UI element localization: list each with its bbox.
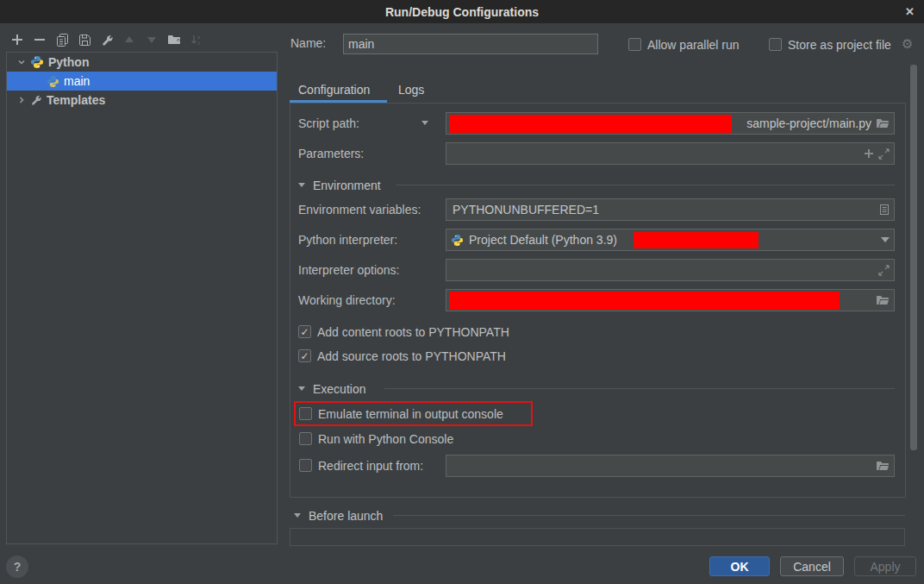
configurations-tree: Python main Templates — [6, 52, 278, 544]
python-icon — [451, 234, 464, 247]
python-interpreter-value: Project Default (Python 3.9) — [469, 233, 617, 247]
add-source-roots-row: ✓ Add source roots to PYTHONPATH — [298, 349, 506, 363]
remove-icon[interactable] — [33, 33, 47, 47]
environment-variables-label: Environment variables: — [298, 203, 421, 217]
browse-folder-icon[interactable] — [876, 116, 890, 130]
tab-logs[interactable]: Logs — [398, 83, 424, 100]
working-directory-input[interactable] — [446, 289, 895, 311]
edit-templates-wrench-icon[interactable] — [100, 33, 114, 47]
chevron-down-icon — [17, 58, 26, 66]
copy-icon[interactable] — [55, 33, 69, 47]
before-launch-task-list[interactable] — [290, 528, 905, 546]
redaction-overlay — [449, 292, 840, 310]
name-input[interactable] — [343, 34, 598, 54]
expand-field-icon[interactable] — [878, 148, 890, 160]
help-button[interactable]: ? — [6, 556, 28, 578]
chevron-right-icon — [17, 96, 26, 104]
section-rule — [396, 185, 895, 185]
move-down-icon — [145, 33, 159, 47]
redirect-input-label[interactable]: Redirect input from: — [318, 459, 423, 473]
script-path-label: Script path: — [298, 116, 359, 131]
tab-configuration[interactable]: Configuration — [298, 83, 370, 100]
interpreter-options-label: Interpreter options: — [298, 263, 400, 278]
script-path-value: sample-project/main.py — [746, 116, 871, 130]
wrench-icon — [30, 94, 42, 106]
configurations-toolbar: az — [10, 33, 203, 47]
section-rule — [393, 515, 905, 516]
edit-variables-icon[interactable] — [879, 204, 890, 216]
collapse-triangle-icon — [294, 513, 301, 518]
run-with-python-console-checkbox[interactable] — [299, 432, 312, 445]
sort-alphabetically-icon: az — [190, 33, 203, 47]
dialog-title: Run/Debug Configurations — [385, 5, 539, 19]
insert-macro-plus-icon[interactable] — [864, 148, 874, 159]
browse-folder-icon[interactable] — [876, 293, 890, 307]
expand-field-icon[interactable] — [878, 265, 890, 276]
before-launch-section-header[interactable]: Before launch — [294, 508, 383, 523]
section-rule — [384, 388, 895, 389]
redaction-overlay — [634, 232, 759, 248]
add-content-roots-label[interactable]: Add content roots to PYTHONPATH — [317, 325, 509, 339]
run-with-python-console-label[interactable]: Run with Python Console — [318, 432, 453, 446]
python-icon — [30, 55, 44, 69]
script-path-field[interactable]: sample-project/main.py — [446, 112, 895, 135]
browse-folder-icon[interactable] — [876, 459, 890, 473]
emulate-terminal-label[interactable]: Emulate terminal in output console — [318, 407, 503, 421]
allow-parallel-run-row: Allow parallel run — [628, 37, 740, 52]
ok-button[interactable]: OK — [709, 556, 770, 576]
name-label: Name: — [290, 36, 326, 51]
environment-section-label: Environment — [313, 179, 381, 192]
redaction-overlay — [449, 115, 732, 133]
gear-icon[interactable]: ⚙ — [902, 36, 913, 52]
allow-parallel-run-checkbox[interactable] — [628, 38, 641, 51]
tree-item-label: Python — [48, 55, 89, 69]
collapse-triangle-icon — [298, 183, 305, 187]
add-source-roots-checkbox[interactable]: ✓ — [298, 349, 311, 362]
store-as-project-file-checkbox[interactable] — [769, 38, 782, 51]
apply-button: Apply — [854, 556, 916, 576]
cancel-button[interactable]: Cancel — [780, 556, 844, 576]
emulate-terminal-row: Emulate terminal in output console — [299, 406, 503, 421]
allow-parallel-run-label[interactable]: Allow parallel run — [647, 38, 740, 52]
interpreter-options-input[interactable] — [446, 259, 895, 281]
dialog-titlebar: Run/Debug Configurations ✕ — [0, 0, 924, 23]
store-as-project-file-row: Store as project file — [769, 37, 891, 52]
tree-item-main[interactable]: main — [7, 72, 277, 91]
environment-variables-input[interactable]: PYTHONUNBUFFERED=1 — [446, 198, 895, 221]
run-with-python-console-row: Run with Python Console — [299, 431, 453, 446]
parameters-input[interactable] — [446, 142, 895, 165]
python-interpreter-combobox[interactable]: Project Default (Python 3.9) — [446, 229, 895, 251]
python-icon — [47, 75, 59, 88]
save-icon[interactable] — [78, 33, 91, 47]
redirect-input-row: Redirect input from: — [299, 458, 423, 473]
execution-section-label: Execution — [313, 382, 365, 396]
store-as-project-file-label[interactable]: Store as project file — [788, 38, 891, 52]
redirect-input-file-input[interactable] — [446, 455, 895, 477]
tree-item-python[interactable]: Python — [7, 53, 277, 72]
python-interpreter-label: Python interpreter: — [298, 233, 397, 248]
before-launch-label: Before launch — [309, 509, 383, 523]
svg-text:a: a — [197, 35, 201, 40]
add-content-roots-checkbox[interactable]: ✓ — [298, 325, 311, 338]
execution-section-header[interactable]: Execution — [298, 381, 365, 396]
emulate-terminal-checkbox[interactable] — [299, 407, 312, 420]
add-source-roots-label[interactable]: Add source roots to PYTHONPATH — [317, 349, 506, 363]
environment-section-header[interactable]: Environment — [298, 178, 381, 192]
environment-variables-value: PYTHONUNBUFFERED=1 — [451, 203, 599, 217]
script-path-dropdown-icon[interactable] — [421, 121, 428, 125]
tree-item-label: Templates — [47, 93, 105, 107]
working-directory-label: Working directory: — [298, 293, 396, 308]
scrollbar-thumb[interactable] — [910, 65, 917, 450]
move-up-icon — [122, 33, 136, 47]
new-folder-icon[interactable] — [167, 33, 181, 47]
add-icon[interactable] — [10, 33, 24, 47]
run-debug-configurations-dialog: Run/Debug Configurations ✕ az — [0, 0, 924, 584]
tree-item-label: main — [64, 74, 90, 88]
add-content-roots-row: ✓ Add content roots to PYTHONPATH — [298, 324, 509, 339]
collapse-triangle-icon — [298, 386, 305, 391]
redirect-input-checkbox[interactable] — [299, 459, 312, 472]
parameters-label: Parameters: — [298, 147, 364, 161]
close-icon[interactable]: ✕ — [905, 0, 915, 23]
tree-item-templates[interactable]: Templates — [7, 91, 277, 110]
combobox-arrow-icon[interactable] — [881, 237, 890, 242]
